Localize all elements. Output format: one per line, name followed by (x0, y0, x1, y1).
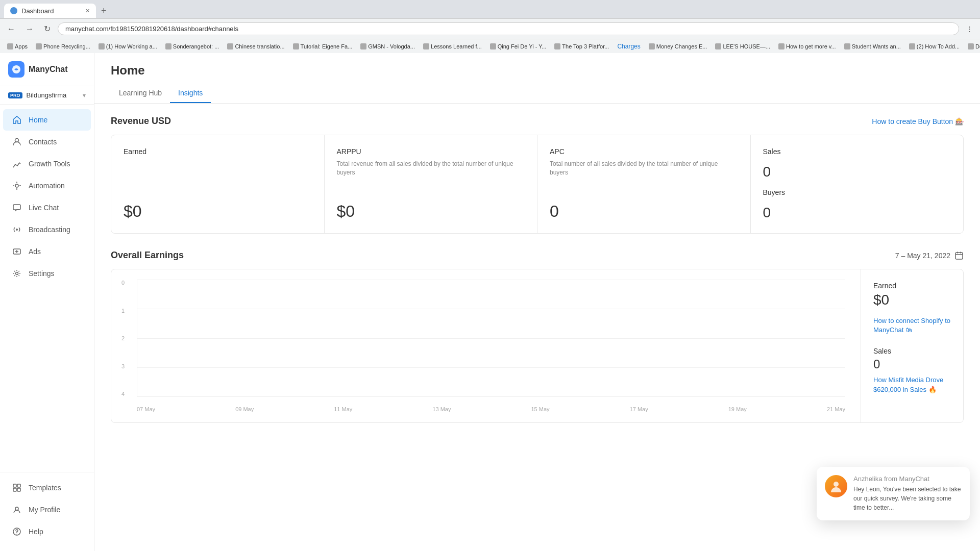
sidebar-bottom: Templates My Profile Help (0, 472, 94, 551)
sidebar-item-settings[interactable]: Settings (3, 263, 91, 284)
sidebar-item-help[interactable]: Help (3, 521, 91, 542)
extensions-button[interactable]: ⋮ (963, 23, 976, 35)
my-profile-icon (11, 504, 22, 515)
chart-content (137, 280, 845, 397)
sales-buyers-card: Sales 0 Buyers 0 (751, 135, 964, 233)
tab-favicon (10, 7, 17, 14)
live-chat-icon (11, 202, 22, 213)
chat-popup[interactable]: Anzhelika from ManyChat Hey Leon, You've… (817, 467, 970, 520)
svg-point-6 (16, 272, 18, 275)
date-range-text: 7 – May 21, 2022 (895, 252, 950, 260)
chart-x-labels: 07 May 09 May 11 May 13 May 15 May 17 Ma… (137, 406, 845, 412)
chat-message: Hey Leon, You've been selected to take o… (853, 485, 962, 512)
bookmark-apps[interactable]: Apps (4, 42, 31, 51)
tab-title: Dashboard (21, 7, 54, 15)
apc-desc: Total number of all sales divided by the… (550, 160, 738, 177)
bookmark-1[interactable]: Phone Recycling... (33, 42, 93, 51)
svg-rect-3 (13, 205, 20, 210)
logo-icon (8, 61, 24, 78)
bookmark-2[interactable]: (1) How Working a... (95, 42, 160, 51)
chat-from-label: from ManyChat (884, 475, 929, 483)
apc-label: APC (550, 147, 738, 156)
create-buy-button-link[interactable]: How to create Buy Button 🎰 (872, 117, 964, 126)
bookmark-6[interactable]: GMSN - Vologda... (357, 42, 418, 51)
chart-y-labels: 4 3 2 1 0 (121, 280, 132, 397)
forward-button[interactable]: → (22, 22, 37, 36)
bookmark-icon-9 (554, 43, 560, 49)
sidebar-item-broadcasting[interactable]: Broadcasting (3, 219, 91, 240)
bookmark-charges[interactable]: Charges (614, 42, 643, 51)
sidebar-item-contacts[interactable]: Contacts (3, 131, 91, 153)
sidebar-item-home[interactable]: Home (3, 109, 91, 131)
bookmark-13[interactable]: Student Wants an... (841, 42, 904, 51)
bookmark-15[interactable]: Download - Cooki... (965, 42, 980, 51)
bookmark-icon-11 (715, 43, 721, 49)
sidebar-item-templates[interactable]: Templates (3, 477, 91, 498)
revenue-header: Revenue USD How to create Buy Button 🎰 (111, 116, 964, 127)
new-tab-button[interactable]: + (98, 6, 110, 16)
sidebar-item-label-automation: Automation (29, 182, 65, 190)
sidebar-item-automation[interactable]: Automation (3, 175, 91, 196)
shopify-link[interactable]: How to connect Shopify to ManyChat 🛍 (873, 316, 951, 335)
sidebar-item-label-my-profile: My Profile (29, 506, 60, 514)
bookmark-14[interactable]: (2) How To Add... (906, 42, 963, 51)
arppu-value: $0 (337, 202, 525, 221)
charges-link[interactable]: Charges (617, 43, 640, 50)
sidebar-item-growth-tools[interactable]: Growth Tools (3, 153, 91, 174)
svg-point-2 (15, 184, 18, 187)
bookmark-4[interactable]: Chinese translatio... (224, 42, 287, 51)
chart-area: 4 3 2 1 0 (111, 269, 861, 422)
sidebar-logo: ManyChat (0, 53, 94, 86)
revenue-cards: Earned $0 ARPPU Total revenue from all s… (111, 135, 964, 234)
account-name: Bildungsfirma (27, 91, 79, 99)
misfit-link[interactable]: How Misfit Media Drove $620,000 in Sales… (873, 375, 951, 394)
svg-point-4 (16, 229, 18, 231)
bookmark-8[interactable]: Qing Fei De Yi - Y... (487, 42, 550, 51)
sidebar-item-ads[interactable]: Ads (3, 241, 91, 262)
growth-tools-icon (11, 158, 22, 169)
tab-learning-hub[interactable]: Learning Hub (111, 84, 170, 103)
browser-tab[interactable]: Dashboard ✕ (4, 4, 96, 18)
apc-value: 0 (550, 202, 738, 221)
ads-icon (11, 246, 22, 257)
earned-value: $0 (124, 202, 312, 221)
bookmark-10[interactable]: Money Changes E... (646, 42, 710, 51)
refresh-button[interactable]: ↻ (41, 22, 54, 36)
bookmark-12[interactable]: How to get more v... (775, 42, 839, 51)
bookmark-3[interactable]: Sonderangebot: ... (162, 42, 223, 51)
chart-gridline-3 (137, 309, 845, 309)
svg-rect-14 (955, 253, 963, 259)
settings-icon (11, 268, 22, 279)
svg-rect-8 (17, 484, 20, 487)
bookmark-icon-10 (649, 43, 655, 49)
back-button[interactable]: ← (4, 22, 18, 36)
chat-content: Anzhelika from ManyChat Hey Leon, You've… (853, 475, 962, 512)
bookmark-11[interactable]: LEE'S HOUSE—... (712, 42, 773, 51)
tab-insights[interactable]: Insights (170, 84, 211, 103)
logo-text: ManyChat (29, 65, 67, 74)
revenue-title: Revenue USD (111, 116, 171, 127)
calendar-icon[interactable] (954, 251, 964, 260)
bookmark-5[interactable]: Tutorial: Eigene Fa... (290, 42, 356, 51)
bookmark-7[interactable]: Lessons Learned f... (420, 42, 485, 51)
chat-from: Anzhelika from ManyChat (853, 475, 962, 483)
sidebar-item-live-chat[interactable]: Live Chat (3, 197, 91, 218)
earned-card: Earned $0 (111, 135, 324, 233)
svg-rect-7 (13, 484, 16, 487)
svg-point-13 (16, 534, 17, 535)
browser-chrome: Dashboard ✕ + ← → ↻ ⋮ Apps Phone Recycli… (0, 0, 980, 53)
tab-close-button[interactable]: ✕ (85, 8, 90, 14)
sidebar-item-label-home: Home (29, 116, 47, 124)
bookmark-9[interactable]: The Top 3 Platfor... (551, 42, 612, 51)
buyers-value: 0 (763, 205, 951, 221)
chart-grid: 4 3 2 1 0 (121, 280, 850, 412)
bookmark-icon-7 (423, 43, 429, 49)
nav-bar: ← → ↻ ⋮ (0, 18, 980, 39)
help-icon (11, 526, 22, 537)
address-bar[interactable] (58, 22, 959, 35)
bookmark-icon (7, 43, 13, 49)
date-range: 7 – May 21, 2022 (895, 251, 964, 260)
account-selector[interactable]: PRO Bildungsfirma ▾ (0, 86, 94, 105)
sidebar-item-my-profile[interactable]: My Profile (3, 499, 91, 520)
tabs: Learning Hub Insights (111, 84, 964, 103)
